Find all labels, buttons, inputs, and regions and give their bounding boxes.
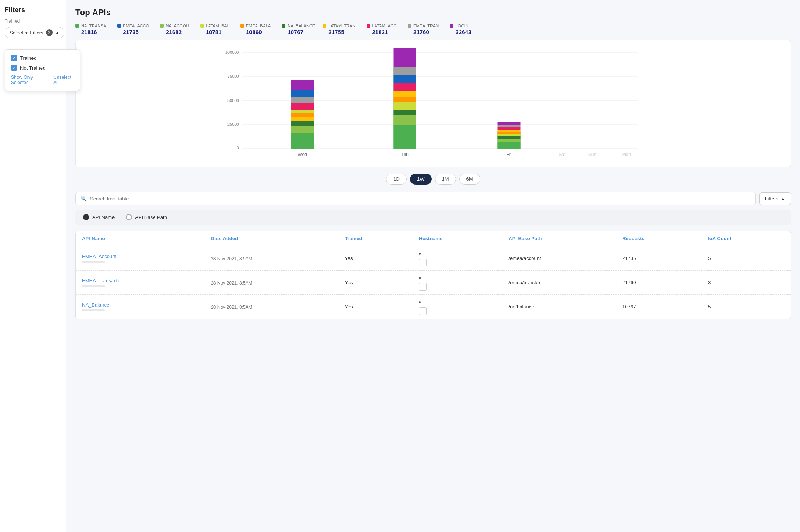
unselect-all-link[interactable]: Unselect All — [53, 75, 74, 85]
cell-ioa-count: 5 — [702, 295, 791, 319]
svg-rect-13 — [291, 121, 314, 126]
radio-option-api-base-path[interactable]: API Base Path — [126, 214, 167, 220]
svg-rect-19 — [291, 90, 314, 97]
api-name-link[interactable]: NA_Balance — [82, 302, 109, 308]
cell-hostname: • — [413, 246, 503, 271]
legend-item: NA_ACCOU... 21682 — [160, 23, 192, 35]
show-only-selected-link[interactable]: Show Only Selected — [11, 75, 46, 85]
table-body: EMEA_Account 28 Nov 2021, 8:5AM Yes • /e… — [76, 246, 791, 319]
table-header-ioa-count[interactable]: IoA Count — [702, 231, 791, 246]
api-name-link[interactable]: EMEA_Transactio — [82, 278, 121, 283]
filter-option-trained[interactable]: ✓ Trained — [11, 55, 74, 61]
filter-option-not-trained[interactable]: ✓ Not Trained — [11, 65, 74, 71]
legend-name: EMEA_TRAN... — [413, 23, 442, 28]
chart-container: 100000 75000 50000 25000 0 — [75, 40, 791, 167]
table-header-row: API NameDate AddedTrainedHostnameAPI Bas… — [76, 231, 791, 246]
table-header-hostname[interactable]: Hostname — [413, 231, 503, 246]
legend-item: LATAM_TRAN... 21755 — [323, 23, 359, 35]
cell-api-name: EMEA_Transactio — [76, 271, 205, 295]
legend-header: NA_ACCOU... — [160, 23, 192, 28]
hostname-icon — [419, 283, 427, 291]
table-row: EMEA_Account 28 Nov 2021, 8:5AM Yes • /e… — [76, 246, 791, 271]
date-text: 28 Nov 2021, 8:5AM — [211, 305, 333, 310]
svg-text:Sun: Sun — [588, 152, 596, 157]
legend-name: LOGIN — [455, 23, 468, 28]
hostname-dot: • — [419, 250, 421, 258]
cell-requests: 21760 — [616, 271, 702, 295]
legend-value: 10860 — [240, 29, 262, 35]
legend-name: EMEA_BALA... — [246, 23, 275, 28]
table-header-trained[interactable]: Trained — [339, 231, 413, 246]
cell-date-added: 28 Nov 2021, 8:5AM — [205, 246, 339, 271]
main-content: Top APIs NA_TRANSA... 21816 EMEA_ACCO...… — [66, 0, 800, 532]
table-scroll[interactable]: API NameDate AddedTrainedHostnameAPI Bas… — [76, 231, 791, 319]
legend-header: NA_TRANSA... — [75, 23, 110, 28]
filter-dropdown: ✓ Trained ✓ Not Trained Show Only Select… — [5, 49, 80, 91]
cell-api-base-path: /emea/transfer — [502, 271, 616, 295]
cell-api-base-path: /na/balance — [502, 295, 616, 319]
table-header-api-name[interactable]: API Name — [76, 231, 205, 246]
svg-rect-31 — [394, 48, 416, 67]
svg-text:50000: 50000 — [227, 98, 239, 103]
legend-header: EMEA_BALA... — [240, 23, 275, 28]
radio-circle — [83, 214, 89, 220]
hostname-icon — [419, 259, 427, 266]
trained-checkbox[interactable]: ✓ — [11, 55, 17, 61]
svg-rect-22 — [394, 125, 416, 149]
time-range-selector: 1D1W1M6M — [75, 174, 791, 185]
search-input[interactable] — [90, 196, 751, 202]
time-range-btn-1m[interactable]: 1M — [435, 174, 456, 185]
trained-label: Trained — [20, 55, 37, 61]
legend-value: 32643 — [450, 29, 471, 35]
radio-label: API Name — [92, 214, 115, 220]
legend-dot — [323, 24, 326, 28]
table-header-api-base-path[interactable]: API Base Path — [502, 231, 616, 246]
svg-rect-16 — [291, 110, 314, 113]
legend-dot — [450, 24, 453, 28]
cell-ioa-count: 3 — [702, 271, 791, 295]
legend-name: NA_ACCOU... — [166, 23, 192, 28]
svg-text:Thu: Thu — [401, 152, 409, 157]
svg-rect-27 — [394, 91, 416, 97]
table-row: EMEA_Transactio 28 Nov 2021, 8:5AM Yes •… — [76, 271, 791, 295]
search-bar: 🔍 Filters ▲ — [75, 192, 791, 205]
table-header: API NameDate AddedTrainedHostnameAPI Bas… — [76, 231, 791, 246]
legend-item: EMEA_BALA... 10860 — [240, 23, 275, 35]
svg-rect-41 — [498, 122, 521, 125]
filters-button[interactable]: Filters ▲ — [759, 192, 791, 205]
not-trained-checkbox[interactable]: ✓ — [11, 65, 17, 71]
legend-dot — [240, 24, 244, 28]
legend-name: EMEA_ACCO... — [123, 23, 152, 28]
legend-name: LATAM_TRAN... — [328, 23, 359, 28]
cell-date-added: 28 Nov 2021, 8:5AM — [205, 271, 339, 295]
cell-trained: Yes — [339, 271, 413, 295]
legend-name: LATAM_ACC... — [372, 23, 400, 28]
cell-ioa-count: 5 — [702, 246, 791, 271]
radio-option-api-name[interactable]: API Name — [83, 214, 115, 220]
legend-header: LATAM_BAL... — [200, 23, 233, 28]
time-range-btn-1w[interactable]: 1W — [410, 174, 432, 185]
not-trained-label: Not Trained — [20, 65, 45, 71]
cell-hostname: • — [413, 295, 503, 319]
legend-item: LOGIN 32643 — [450, 23, 471, 35]
time-range-btn-6m[interactable]: 6M — [459, 174, 480, 185]
legend-dot — [408, 24, 411, 28]
filters-btn-label: Filters — [765, 196, 778, 202]
table-header-date-added[interactable]: Date Added — [205, 231, 339, 246]
svg-rect-17 — [291, 103, 314, 110]
time-range-btn-1d[interactable]: 1D — [386, 174, 407, 185]
svg-text:75000: 75000 — [227, 74, 239, 78]
legend-dot — [367, 24, 370, 28]
api-name-link[interactable]: EMEA_Account — [82, 253, 116, 259]
legend-dot — [75, 24, 79, 28]
svg-rect-39 — [498, 127, 521, 130]
table-header-requests[interactable]: Requests — [616, 231, 702, 246]
hostname-dot: • — [419, 274, 421, 282]
svg-rect-29 — [394, 75, 416, 83]
selected-filters-button[interactable]: Selected Filters 2 ▲ — [5, 27, 64, 38]
svg-rect-18 — [291, 97, 314, 103]
sidebar-title: Filters — [5, 6, 61, 14]
cell-requests: 10767 — [616, 295, 702, 319]
svg-rect-15 — [291, 113, 314, 117]
svg-text:Sat: Sat — [558, 152, 566, 157]
